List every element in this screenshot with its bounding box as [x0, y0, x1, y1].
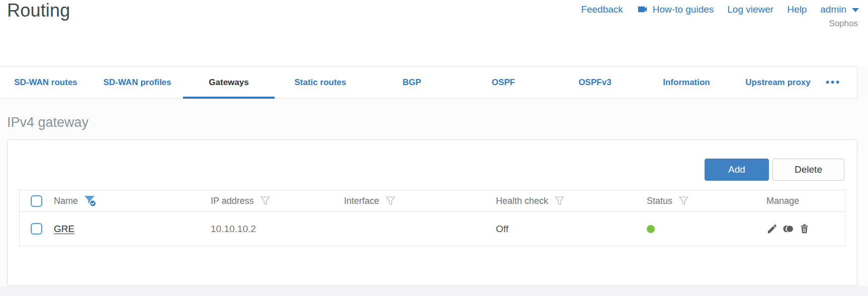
- ip-column-label: IP address: [211, 196, 254, 206]
- header-cell-name: Name: [54, 194, 211, 207]
- select-all-checkbox[interactable]: [31, 195, 42, 207]
- section-title: IPv4 gateway: [0, 99, 868, 130]
- help-label: Help: [787, 4, 807, 15]
- gateways-table: Name IP address Interface: [19, 190, 845, 246]
- interface-filter-icon[interactable]: [385, 195, 396, 207]
- manage-icons: [766, 223, 810, 235]
- content-area: IPv4 gateway Add Delete Name: [0, 99, 868, 296]
- more-tabs-button[interactable]: •••: [824, 66, 857, 98]
- howto-guides-link[interactable]: How-to guides: [637, 4, 714, 15]
- gateway-health-check: Off: [496, 224, 508, 235]
- brand-label: Sophos: [581, 19, 858, 29]
- tab-gateways[interactable]: Gateways: [183, 66, 275, 98]
- health-check-filter-icon[interactable]: [554, 195, 565, 207]
- row-cell-health-check: Off: [496, 224, 647, 235]
- interface-column-label: Interface: [344, 196, 379, 206]
- add-button[interactable]: Add: [705, 159, 769, 181]
- row-cell-status: [647, 225, 766, 233]
- header-cell-select: [20, 195, 54, 207]
- name-filter-active-icon[interactable]: [83, 194, 97, 207]
- header-cell-health-check: Health check: [496, 195, 647, 207]
- tab-sdwan-routes[interactable]: SD-WAN routes: [0, 66, 92, 98]
- status-up-indicator: [647, 225, 655, 233]
- trash-icon[interactable]: [799, 223, 810, 235]
- manage-column-label: Manage: [766, 196, 799, 206]
- name-column-label: Name: [54, 196, 78, 206]
- header-cell-interface: Interface: [344, 195, 496, 207]
- feedback-label: Feedback: [581, 4, 623, 15]
- gateway-name-link[interactable]: GRE: [54, 224, 74, 235]
- row-checkbox[interactable]: [31, 223, 42, 235]
- caret-down-icon: [852, 8, 859, 12]
- status-column-label: Status: [647, 196, 672, 206]
- ip-filter-icon[interactable]: [259, 195, 271, 207]
- admin-label: admin: [820, 4, 846, 15]
- ipv4-gateway-panel: Add Delete Name IP address: [7, 139, 857, 286]
- feedback-link[interactable]: Feedback: [581, 4, 623, 15]
- page-footer-strip: [0, 286, 868, 296]
- edit-icon[interactable]: [766, 223, 778, 235]
- help-link[interactable]: Help: [787, 4, 807, 15]
- tabbar-wrap: SD-WAN routes SD-WAN profiles Gateways S…: [0, 66, 868, 99]
- tab-sdwan-profiles[interactable]: SD-WAN profiles: [92, 66, 183, 98]
- tab-information[interactable]: Information: [641, 66, 732, 98]
- status-filter-icon[interactable]: [678, 195, 689, 207]
- row-cell-select: [20, 223, 54, 235]
- howto-guides-label: How-to guides: [653, 4, 714, 15]
- page-title: Routing: [7, 0, 70, 21]
- tab-upstream-proxy[interactable]: Upstream proxy: [732, 66, 824, 98]
- clone-icon[interactable]: [783, 223, 794, 235]
- row-cell-ip: 10.10.10.2: [211, 224, 344, 235]
- log-viewer-link[interactable]: Log viewer: [727, 4, 773, 15]
- tab-bgp[interactable]: BGP: [366, 66, 458, 98]
- header-cell-ip: IP address: [211, 195, 344, 207]
- top-links: Feedback How-to guides Log viewer Help a…: [581, 4, 859, 15]
- video-camera-icon: [637, 4, 648, 15]
- table-header-row: Name IP address Interface: [20, 190, 845, 212]
- health-check-column-label: Health check: [496, 196, 548, 206]
- table-row: GRE 10.10.10.2 Off: [20, 212, 845, 246]
- tab-ospf[interactable]: OSPF: [458, 66, 549, 98]
- header-cell-status: Status: [647, 195, 766, 207]
- delete-button[interactable]: Delete: [772, 159, 844, 181]
- table-actions: Add Delete: [705, 159, 844, 181]
- top-header: Routing Feedback How-to guides Log viewe…: [0, 0, 868, 66]
- gateway-ip: 10.10.10.2: [211, 224, 256, 235]
- row-cell-name: GRE: [54, 224, 211, 235]
- tab-static-routes[interactable]: Static routes: [275, 66, 366, 98]
- log-viewer-label: Log viewer: [727, 4, 773, 15]
- tab-ospfv3[interactable]: OSPFv3: [549, 66, 641, 98]
- tab-bar: SD-WAN routes SD-WAN profiles Gateways S…: [0, 66, 857, 99]
- admin-menu[interactable]: admin: [820, 4, 859, 15]
- header-cell-manage: Manage: [766, 196, 845, 206]
- row-cell-manage: [766, 223, 845, 235]
- top-right-area: Feedback How-to guides Log viewer Help a…: [581, 4, 859, 29]
